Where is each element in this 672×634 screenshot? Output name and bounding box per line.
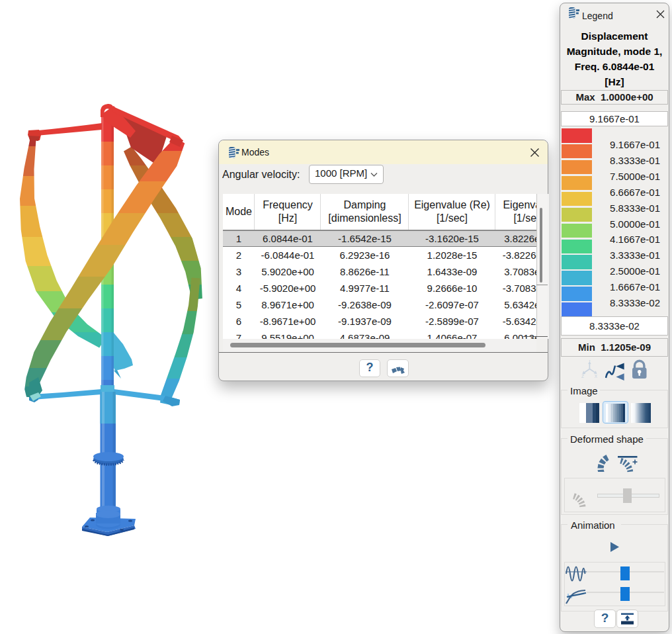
svg-text:Y: Y bbox=[588, 360, 591, 363]
svg-text:Z: Z bbox=[581, 374, 584, 379]
svg-text:X: X bbox=[595, 374, 597, 379]
